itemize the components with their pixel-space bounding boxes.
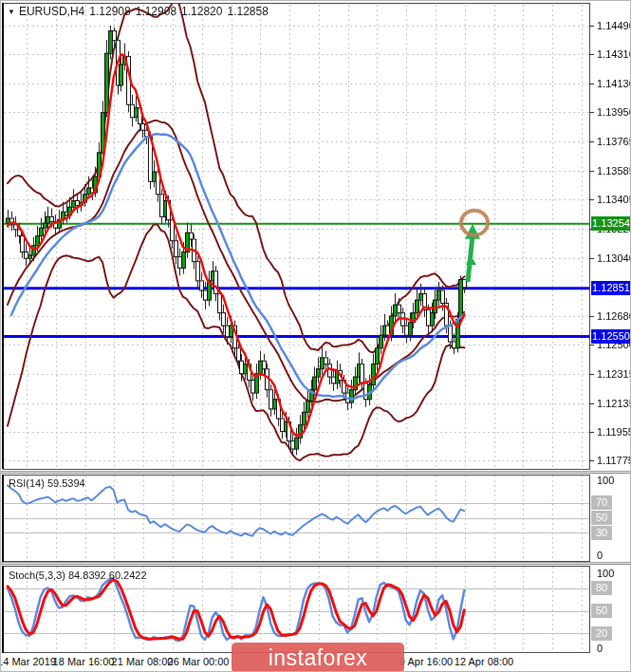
ohlc-high: 1.12908 [136, 5, 176, 18]
rsi-level-badge: 70 [591, 495, 612, 510]
price-axis-label: 1.14130 [597, 77, 631, 90]
price-axis-label: 1.11955 [597, 425, 631, 439]
price-axis-label: 1.14310 [597, 47, 631, 61]
pane-splitter-rsi-stoch[interactable] [1, 562, 631, 565]
stoch-level-badge: 80 [591, 581, 612, 595]
time-axis-label: 18 Mar 16:00 [53, 656, 115, 667]
rsi-level-badge: 50 [591, 511, 612, 525]
price-axis-label: 1.13040 [597, 252, 631, 265]
pane-splitter-main-rsi[interactable] [1, 471, 631, 474]
time-axis-label: 26 Mar 00:00 [168, 656, 230, 667]
price-level-badge: 1.12550 [591, 329, 631, 344]
rsi-axis-label: 100 [597, 474, 614, 487]
price-axis-label: 1.13765 [597, 135, 631, 148]
price-level-badge: 1.13254 [591, 216, 631, 231]
ohlc-open: 1.12908 [89, 5, 130, 18]
rsi-indicator-chart[interactable] [1, 475, 631, 562]
price-axis-label: 1.12315 [597, 367, 631, 381]
price-axis-label: 1.12680 [597, 309, 631, 323]
ohlc-close: 1.12858 [227, 5, 268, 18]
price-axis-label: 1.13585 [597, 164, 631, 177]
time-axis-label: 21 Mar 08:00 [112, 656, 174, 667]
time-axis-label: 14 Mar 2019 [0, 656, 56, 667]
symbol-dropdown-icon[interactable]: ▼ [8, 8, 15, 16]
chart-title: ▼EURUSD,H41.129081.129081.128201.12858 [8, 5, 273, 18]
chart-window: ▼EURUSD,H41.129081.129081.128201.12858 R… [0, 0, 631, 672]
stoch-level-badge: 20 [591, 626, 612, 641]
symbol-label: EURUSD,H4 [19, 5, 84, 18]
price-axis-label: 1.11775 [597, 454, 631, 467]
time-axis-label: 12 Apr 08:00 [455, 656, 513, 667]
rsi-pane-label: RSI(14) 59.5394 [9, 477, 85, 489]
stoch-pane-label: Stoch(5,3,3) 84.8392 60.2422 [9, 569, 147, 581]
price-axis-label: 1.13950 [597, 105, 631, 119]
price-axis-label: 1.13405 [597, 193, 631, 206]
price-level-badge: 1.12851 [591, 281, 631, 295]
main-price-chart[interactable] [1, 1, 631, 471]
price-axis-label: 1.12135 [597, 397, 631, 410]
price-axis-label: 1.14490 [597, 19, 631, 32]
watermark-text: instaforex [269, 645, 368, 671]
stoch-axis-label: 0 [597, 642, 603, 655]
stoch-axis-label: 100 [597, 567, 614, 580]
time-axis-label: 9 Apr 16:00 [399, 656, 453, 667]
rsi-level-badge: 30 [591, 526, 612, 540]
stoch-level-badge: 50 [591, 604, 612, 618]
rsi-axis-label: 0 [597, 549, 603, 562]
ohlc-low: 1.12820 [181, 5, 222, 18]
broker-watermark: instaforex [232, 643, 404, 672]
